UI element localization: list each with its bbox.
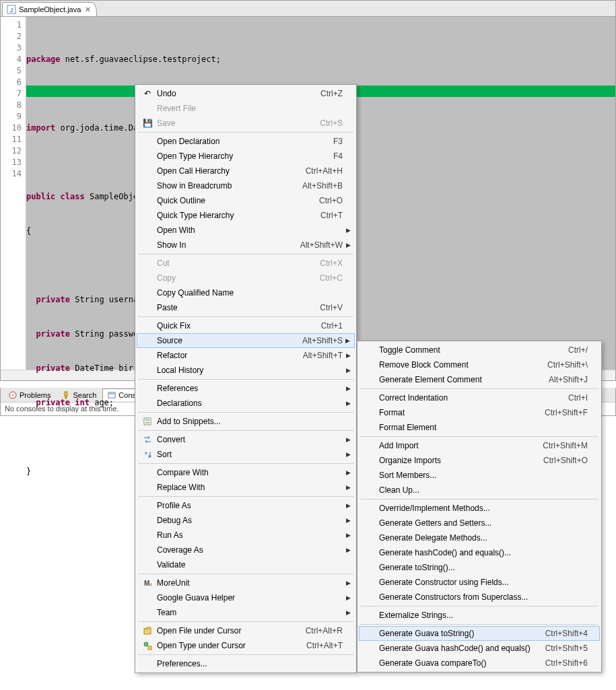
menu-save[interactable]: 💾SaveCtrl+S (137, 116, 355, 131)
sort-icon: az (141, 450, 154, 459)
menu-add-snippets[interactable]: Add to Snippets... (137, 414, 355, 429)
svg-text:u: u (149, 581, 151, 587)
submenu-arrow-icon: ▶ (346, 547, 351, 553)
menu-local-history[interactable]: Local History▶ (137, 363, 355, 378)
menu-profile-as[interactable]: Profile As▶ (137, 498, 355, 513)
menu-paste[interactable]: PasteCtrl+V (137, 300, 355, 315)
menu-generate-constructor-superclass[interactable]: Generate Constructors from Superclass... (359, 590, 600, 605)
menu-references[interactable]: References▶ (137, 381, 355, 396)
menu-open-declaration[interactable]: Open DeclarationF3 (137, 134, 355, 149)
menu-separator (360, 388, 598, 389)
menu-compare-with[interactable]: Compare With▶ (137, 465, 355, 480)
menu-quick-fix[interactable]: Quick FixCtrl+1 (137, 318, 355, 333)
submenu-arrow-icon: ▶ (346, 609, 351, 616)
menu-separator (360, 436, 598, 437)
line-number-gutter: 1234567891011121314 (1, 17, 26, 370)
submenu-arrow-icon: ▶ (346, 400, 351, 407)
menu-convert[interactable]: Convert▶ (137, 432, 355, 447)
menu-separator (138, 574, 353, 574)
menu-generate-element-comment[interactable]: Generate Element CommentAlt+Shift+J (359, 372, 600, 387)
menu-override-implement[interactable]: Override/Implement Methods... (359, 501, 600, 516)
svg-text:a: a (145, 450, 147, 455)
menu-sort-members[interactable]: Sort Members... (359, 468, 600, 483)
menu-undo[interactable]: ↶UndoCtrl+Z (137, 86, 355, 101)
svg-point-15 (144, 642, 148, 646)
java-file-icon: J (7, 5, 16, 14)
menu-generate-guava-hashcode-equals[interactable]: Generate Guava hashCode() and equals()Ct… (359, 641, 600, 656)
menu-separator (138, 430, 353, 431)
menu-toggle-comment[interactable]: Toggle CommentCtrl+/ (359, 343, 600, 357)
menu-declarations[interactable]: Declarations▶ (137, 396, 355, 411)
submenu-arrow-icon: ▶ (346, 385, 351, 392)
menu-copy[interactable]: CopyCtrl+C (137, 271, 355, 285)
menu-generate-constructor-fields[interactable]: Generate Constructor using Fields... (359, 575, 600, 590)
menu-format[interactable]: FormatCtrl+Shift+F (359, 405, 600, 420)
submenu-arrow-icon: ▶ (346, 352, 351, 359)
menu-open-file-under-cursor[interactable]: Open File under CursorCtrl+Alt+R (137, 623, 355, 638)
convert-icon (141, 435, 154, 444)
menu-moreunit[interactable]: MuMoreUnit▶ (137, 576, 355, 590)
menu-source[interactable]: SourceAlt+Shift+S▶ (137, 333, 355, 348)
menu-format-element[interactable]: Format Element (359, 420, 600, 435)
menu-revert-file[interactable]: Revert File (137, 101, 355, 116)
svg-text:J: J (10, 7, 13, 13)
submenu-arrow-icon: ▶ (346, 451, 351, 458)
menu-add-import[interactable]: Add ImportCtrl+Shift+M (359, 438, 600, 453)
menu-quick-outline[interactable]: Quick OutlineCtrl+O (137, 193, 355, 208)
save-icon: 💾 (141, 118, 154, 128)
menu-open-type-under-cursor[interactable]: Open Type under CursorCtrl+Alt+T (137, 638, 355, 653)
submenu-arrow-icon: ▶ (346, 502, 351, 509)
menu-externalize-strings[interactable]: Externalize Strings... (359, 608, 600, 623)
menu-separator (138, 254, 353, 254)
menu-separator (138, 621, 353, 622)
submenu-arrow-icon: ▶ (346, 469, 351, 476)
menu-generate-hashcode-equals[interactable]: Generate hashCode() and equals()... (359, 545, 600, 560)
menu-generate-tostring[interactable]: Generate toString()... (359, 560, 600, 575)
menu-coverage-as[interactable]: Coverage As▶ (137, 543, 355, 557)
menu-replace-with[interactable]: Replace With▶ (137, 480, 355, 495)
problems-icon: ! (8, 390, 18, 400)
menu-separator (360, 606, 598, 607)
submenu-arrow-icon: ▶ (346, 580, 351, 586)
context-menu-source: Toggle CommentCtrl+/ Remove Block Commen… (357, 341, 602, 672)
menu-open-with[interactable]: Open With▶ (137, 223, 355, 238)
close-tab-icon[interactable]: ✕ (85, 5, 91, 14)
menu-sort[interactable]: azSort▶ (137, 447, 355, 462)
menu-show-breadcrumb[interactable]: Show in BreadcrumbAlt+Shift+B (137, 178, 355, 193)
snippets-icon (141, 417, 154, 426)
menu-team[interactable]: Team▶ (137, 605, 355, 620)
menu-refactor[interactable]: RefactorAlt+Shift+T▶ (137, 348, 355, 363)
menu-open-type-hierarchy[interactable]: Open Type HierarchyF4 (137, 149, 355, 164)
menu-organize-imports[interactable]: Organize ImportsCtrl+Shift+O (359, 453, 600, 468)
editor-tab[interactable]: J SampleObject.java ✕ (2, 2, 97, 16)
menu-clean-up[interactable]: Clean Up... (359, 483, 600, 497)
submenu-arrow-icon: ▶ (345, 337, 350, 344)
svg-rect-8 (145, 419, 149, 421)
submenu-arrow-icon: ▶ (346, 484, 351, 491)
menu-open-call-hierarchy[interactable]: Open Call HierarchyCtrl+Alt+H (137, 164, 355, 178)
menu-run-as[interactable]: Run As▶ (137, 528, 355, 543)
editor-tab-label: SampleObject.java (19, 5, 81, 13)
menu-show-in[interactable]: Show InAlt+Shift+W▶ (137, 238, 355, 252)
menu-separator (138, 496, 353, 497)
submenu-arrow-icon: ▶ (346, 517, 351, 524)
menu-preferences[interactable]: Preferences... (137, 656, 355, 671)
menu-generate-guava-tostring[interactable]: Generate Guava toString()Ctrl+Shift+4 (359, 626, 600, 641)
menu-generate-getters-setters[interactable]: Generate Getters and Setters... (359, 516, 600, 530)
menu-separator (138, 463, 353, 464)
context-menu-main: ↶UndoCtrl+Z Revert File 💾SaveCtrl+S Open… (135, 84, 357, 673)
menu-separator (138, 654, 353, 655)
menu-validate[interactable]: Validate (137, 557, 355, 572)
menu-correct-indentation[interactable]: Correct IndentationCtrl+I (359, 390, 600, 405)
menu-remove-block-comment[interactable]: Remove Block CommentCtrl+Shift+\ (359, 357, 600, 372)
menu-generate-delegate[interactable]: Generate Delegate Methods... (359, 530, 600, 545)
menu-quick-type-hierarchy[interactable]: Quick Type HierarchyCtrl+T (137, 208, 355, 223)
menu-copy-qualified-name[interactable]: Copy Qualified Name (137, 285, 355, 300)
menu-generate-guava-compareto[interactable]: Generate Guava compareTo()Ctrl+Shift+6 (359, 656, 600, 670)
submenu-arrow-icon: ▶ (346, 227, 351, 234)
menu-google-guava-helper[interactable]: Google Guava Helper▶ (137, 590, 355, 605)
menu-debug-as[interactable]: Debug As▶ (137, 513, 355, 528)
submenu-arrow-icon: ▶ (346, 436, 351, 443)
svg-rect-14 (144, 629, 151, 634)
undo-icon: ↶ (141, 89, 154, 98)
